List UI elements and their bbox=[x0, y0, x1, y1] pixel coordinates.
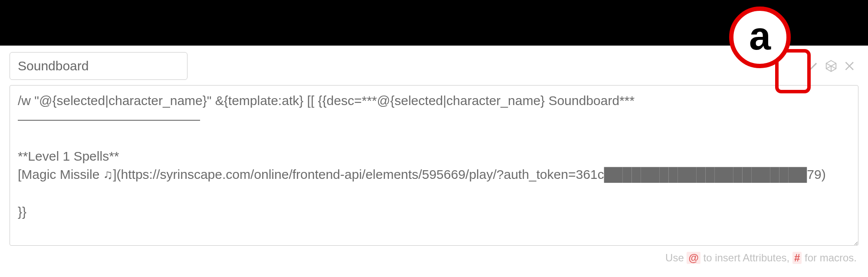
macro-hint-text: Use @ to insert Attributes, # for macros… bbox=[10, 247, 858, 264]
macro-name-row bbox=[10, 52, 858, 80]
macro-action-icons bbox=[806, 59, 858, 73]
hint-mid: to insert Attributes, bbox=[704, 252, 792, 264]
d20-icon bbox=[825, 59, 838, 73]
hint-prefix: Use bbox=[665, 252, 687, 264]
hint-suffix: for macros. bbox=[805, 252, 857, 264]
confirm-button[interactable] bbox=[806, 59, 819, 73]
macro-name-input[interactable] bbox=[10, 52, 187, 80]
test-button[interactable] bbox=[825, 59, 838, 73]
at-symbol: @ bbox=[687, 252, 700, 264]
macro-editor-panel: /w "@{selected|character_name}" &{templa… bbox=[0, 46, 868, 264]
hash-symbol: # bbox=[792, 252, 802, 264]
close-icon bbox=[844, 59, 857, 73]
check-icon bbox=[806, 59, 819, 73]
macro-body-textarea[interactable]: /w "@{selected|character_name}" &{templa… bbox=[10, 85, 858, 246]
top-black-bar bbox=[0, 0, 868, 46]
cancel-button[interactable] bbox=[844, 59, 857, 73]
